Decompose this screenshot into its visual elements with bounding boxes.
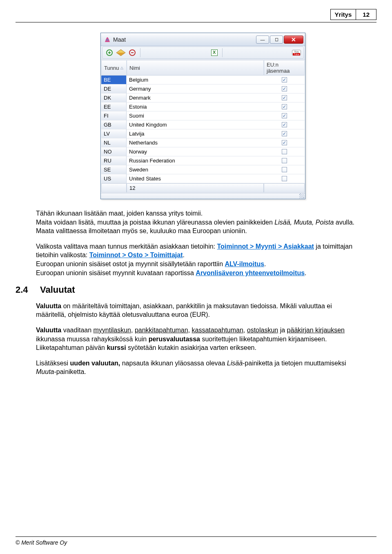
link-sales-invoice[interactable]: myyntilaskun: [94, 327, 131, 334]
cell-eu: [264, 147, 305, 156]
checkbox[interactable]: ✓: [282, 113, 287, 118]
checkbox[interactable]: ✓: [282, 77, 287, 82]
checkbox[interactable]: ✓: [282, 86, 287, 91]
cell-code: RU: [101, 156, 127, 165]
link-vat-report[interactable]: ALV-ilmoitus: [225, 260, 264, 267]
table-row[interactable]: DEGermany✓: [101, 85, 305, 93]
cell-eu: ✓: [264, 138, 305, 147]
table-row[interactable]: DKDenmark✓: [101, 93, 305, 102]
youtube-help-button[interactable]: [292, 48, 301, 57]
add-button[interactable]: [105, 48, 114, 57]
cell-eu: ✓: [264, 85, 305, 93]
toolbar-separator: [140, 48, 140, 57]
table-row[interactable]: GBUnited Kingdom✓: [101, 120, 305, 129]
link-bank-transaction[interactable]: pankkitapahtuman: [135, 327, 188, 334]
plus-icon: [106, 49, 113, 56]
document-body: Tähän ikkunaan lisätään maat, joiden kan…: [16, 209, 376, 376]
cell-name: Suomi: [127, 111, 264, 120]
cell-name: Russian Federation: [127, 156, 264, 165]
checkbox[interactable]: ✓: [282, 122, 287, 127]
cell-code: BE: [101, 76, 127, 85]
cell-eu: ✓: [264, 120, 305, 129]
link-customers[interactable]: Toiminnot > Myynti > Asiakkaat: [217, 243, 314, 250]
titlebar[interactable]: Maat — ◻ ✕: [101, 33, 305, 46]
window-title: Maat: [113, 36, 255, 43]
cell-name: Estonia: [127, 102, 264, 111]
cell-eu: ✓: [264, 93, 305, 102]
toolbar-separator: [222, 48, 223, 57]
table-row[interactable]: FISuomi✓: [101, 111, 305, 120]
cell-code: EE: [101, 102, 127, 111]
section-title: Valuutat: [40, 284, 75, 296]
link-journal-entry[interactable]: pääkirjan kirjauksen: [287, 327, 345, 334]
link-suppliers[interactable]: Toiminnot > Osto > Toimittajat: [89, 251, 183, 258]
cell-eu: ✓: [264, 129, 305, 138]
cell-eu: ✓: [264, 111, 305, 120]
cell-name: Belgium: [127, 76, 264, 85]
pencil-icon: [116, 49, 125, 56]
close-button[interactable]: ✕: [284, 36, 303, 44]
table-row[interactable]: RURussian Federation: [101, 156, 305, 165]
cell-code: NL: [101, 138, 127, 147]
grid-header[interactable]: Tunnu △ Nimi EU:n jäsenmaa: [101, 60, 305, 76]
minus-icon: [129, 49, 136, 56]
table-row[interactable]: NONorway: [101, 147, 305, 156]
maximize-button[interactable]: ◻: [270, 36, 283, 44]
toolbar: [101, 46, 305, 60]
checkbox[interactable]: ✓: [282, 95, 287, 100]
checkbox[interactable]: [282, 167, 287, 172]
link-purchase-invoice[interactable]: ostolaskun: [247, 327, 278, 334]
cell-eu: [264, 174, 305, 183]
cell-code: LV: [101, 129, 127, 138]
cell-name: Denmark: [127, 93, 264, 102]
table-row[interactable]: NLNetherlands✓: [101, 138, 305, 147]
cell-code: US: [101, 174, 127, 183]
checkbox[interactable]: ✓: [282, 104, 287, 109]
cell-code: GB: [101, 120, 127, 129]
minimize-button[interactable]: —: [256, 36, 269, 44]
table-row[interactable]: USUnited States: [101, 174, 305, 183]
link-cash-transaction[interactable]: kassatapahtuman: [192, 327, 243, 334]
edit-button[interactable]: [116, 48, 125, 57]
checkbox[interactable]: [282, 158, 287, 163]
cell-name: Norway: [127, 147, 264, 156]
grid-footer: 12: [101, 183, 305, 193]
col-code[interactable]: Tunnu △: [101, 60, 127, 76]
table-row[interactable]: LVLatvija✓: [101, 129, 305, 138]
cell-name: United Kingdom: [127, 120, 264, 129]
export-excel-button[interactable]: [210, 48, 219, 57]
checkbox[interactable]: ✓: [282, 140, 287, 145]
cell-name: Latvija: [127, 129, 264, 138]
delete-button[interactable]: [128, 48, 137, 57]
cell-eu: ✓: [264, 76, 305, 85]
footer-rule: [16, 536, 376, 537]
footer-copyright: © Merit Software Oy: [16, 539, 67, 546]
excel-icon: [211, 49, 218, 56]
cell-code: SE: [101, 165, 127, 174]
countries-window: Maat — ◻ ✕: [100, 33, 305, 199]
col-eu[interactable]: EU:n jäsenmaa: [264, 60, 305, 76]
col-name[interactable]: Nimi: [127, 60, 264, 76]
table-row[interactable]: SESweden: [101, 165, 305, 174]
checkbox[interactable]: [282, 149, 287, 154]
link-vat-summary[interactable]: Arvonlisäveron yhteenvetoilmoitus: [196, 269, 305, 276]
checkbox[interactable]: [282, 176, 287, 181]
cell-code: DK: [101, 93, 127, 102]
sort-asc-icon: △: [120, 66, 123, 70]
cell-code: DE: [101, 85, 127, 93]
cell-eu: ✓: [264, 102, 305, 111]
app-icon: [104, 36, 111, 43]
table-row[interactable]: EEEstonia✓: [101, 102, 305, 111]
cell-eu: [264, 165, 305, 174]
header-section-label: Yritys: [330, 9, 356, 20]
section-number: 2.4: [16, 284, 40, 296]
checkbox[interactable]: ✓: [282, 131, 287, 136]
cell-code: FI: [101, 111, 127, 120]
resize-grip[interactable]: [299, 194, 304, 198]
cell-name: United States: [127, 174, 264, 183]
cell-name: Germany: [127, 85, 264, 93]
row-count: 12: [127, 183, 264, 193]
table-row[interactable]: BEBelgium✓: [101, 76, 305, 85]
text: Tähän ikkunaan lisätään maat, joiden kan…: [36, 210, 203, 217]
countries-grid[interactable]: Tunnu △ Nimi EU:n jäsenmaa BEBelgium✓DEG…: [101, 60, 305, 193]
